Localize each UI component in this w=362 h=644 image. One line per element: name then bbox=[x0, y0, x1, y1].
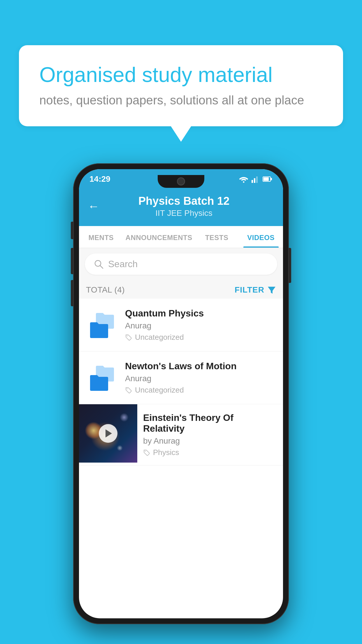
tag-icon bbox=[125, 334, 132, 341]
status-icons bbox=[239, 175, 273, 183]
svg-point-11 bbox=[127, 388, 128, 389]
play-button-einstein[interactable] bbox=[99, 424, 117, 443]
phone-screen: 14:29 bbox=[79, 169, 283, 618]
total-count: TOTAL (4) bbox=[86, 285, 125, 295]
search-bar[interactable]: Search bbox=[85, 253, 277, 275]
search-bar-wrapper: Search bbox=[79, 248, 283, 280]
wifi-icon bbox=[239, 175, 249, 183]
svg-rect-3 bbox=[256, 176, 258, 183]
svg-point-0 bbox=[243, 181, 245, 183]
tab-announcements[interactable]: ANNOUNCEMENTS bbox=[123, 226, 195, 248]
folder-thumbnail-1 bbox=[86, 309, 118, 341]
svg-rect-1 bbox=[252, 180, 253, 183]
speech-bubble-arrow bbox=[171, 126, 191, 142]
svg-rect-6 bbox=[271, 178, 272, 180]
filter-button[interactable]: FILTER bbox=[235, 285, 276, 295]
signal-icon bbox=[252, 175, 260, 183]
video-info-2: Newton's Laws of Motion Anurag Uncategor… bbox=[125, 361, 276, 395]
svg-point-10 bbox=[127, 335, 128, 336]
folder-thumbnail-2 bbox=[86, 362, 118, 394]
back-button[interactable]: ← bbox=[88, 200, 99, 213]
video-tag-einstein: Physics bbox=[143, 448, 277, 457]
list-item[interactable]: Einstein's Theory Of Relativity by Anura… bbox=[79, 404, 283, 466]
video-title-2: Newton's Laws of Motion bbox=[125, 361, 276, 372]
tab-ments[interactable]: MENTS bbox=[79, 226, 123, 248]
video-author-einstein: by Anurag bbox=[143, 436, 277, 446]
phone-notch bbox=[158, 175, 204, 188]
svg-marker-9 bbox=[268, 287, 275, 294]
folder-icon-1 bbox=[89, 312, 115, 338]
camera-notch bbox=[177, 177, 185, 186]
header-subtitle: IIT JEE Physics bbox=[105, 209, 263, 218]
tab-tests[interactable]: TESTS bbox=[195, 226, 239, 248]
phone-container: 14:29 bbox=[73, 163, 289, 624]
battery-icon bbox=[263, 176, 273, 182]
play-triangle-icon bbox=[106, 429, 112, 438]
search-placeholder: Search bbox=[108, 259, 138, 270]
tab-videos[interactable]: VIDEOS bbox=[239, 226, 283, 248]
svg-line-8 bbox=[100, 265, 103, 268]
phone-outer: 14:29 bbox=[73, 163, 289, 624]
svg-rect-2 bbox=[254, 178, 255, 183]
folder-icon-2 bbox=[89, 365, 115, 391]
search-icon bbox=[94, 259, 104, 270]
video-author-2: Anurag bbox=[125, 374, 276, 383]
speech-bubble-subtitle: notes, question papers, solutions all at… bbox=[39, 93, 323, 107]
speech-bubble: Organised study material notes, question… bbox=[19, 45, 343, 126]
svg-point-12 bbox=[145, 451, 146, 452]
video-tag-2: Uncategorized bbox=[125, 386, 276, 395]
filter-icon bbox=[267, 286, 276, 294]
list-item[interactable]: Quantum Physics Anurag Uncategorized bbox=[79, 299, 283, 351]
side-button-vol-down bbox=[71, 280, 73, 306]
svg-rect-5 bbox=[263, 177, 269, 181]
video-author-1: Anurag bbox=[125, 321, 276, 330]
video-list: Quantum Physics Anurag Uncategorized bbox=[79, 299, 283, 466]
side-button-power bbox=[71, 222, 73, 239]
app-header: ← Physics Batch 12 IIT JEE Physics bbox=[79, 189, 283, 226]
tabs-bar: MENTS ANNOUNCEMENTS TESTS VIDEOS bbox=[79, 226, 283, 248]
tag-icon bbox=[143, 449, 150, 456]
video-tag-1: Uncategorized bbox=[125, 333, 276, 342]
header-text: Physics Batch 12 IIT JEE Physics bbox=[105, 195, 263, 218]
speech-bubble-container: Organised study material notes, question… bbox=[19, 45, 343, 142]
video-title-einstein: Einstein's Theory Of Relativity bbox=[143, 412, 277, 434]
filter-label: FILTER bbox=[235, 285, 264, 295]
list-item[interactable]: Newton's Laws of Motion Anurag Uncategor… bbox=[79, 351, 283, 404]
header-title: Physics Batch 12 bbox=[105, 195, 263, 207]
side-button-right bbox=[289, 248, 291, 283]
side-button-vol-up bbox=[71, 248, 73, 274]
tag-icon bbox=[125, 387, 132, 394]
video-thumbnail-einstein bbox=[79, 404, 137, 463]
video-info-einstein: Einstein's Theory Of Relativity by Anura… bbox=[137, 404, 283, 465]
filter-row: TOTAL (4) FILTER bbox=[79, 280, 283, 299]
speech-bubble-title: Organised study material bbox=[39, 63, 323, 87]
video-info-1: Quantum Physics Anurag Uncategorized bbox=[125, 308, 276, 342]
status-time: 14:29 bbox=[89, 174, 110, 184]
video-title-1: Quantum Physics bbox=[125, 308, 276, 319]
